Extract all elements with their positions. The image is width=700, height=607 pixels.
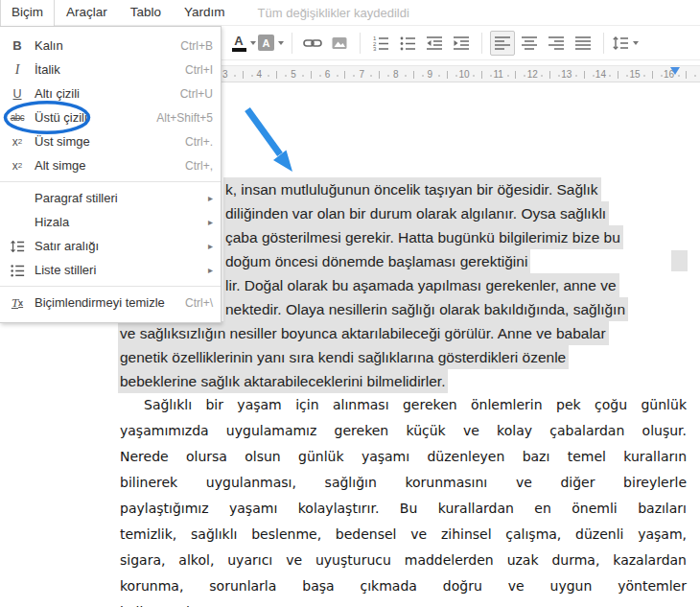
toolbar-separator: [360, 33, 361, 54]
menu-item-label: Alt simge: [35, 158, 177, 173]
menu-item-label: Satır aralığı: [35, 239, 200, 253]
align-right-button[interactable]: [544, 31, 569, 56]
menu-bar: Biçim Araçlar Tablo Yardım Tüm değişikli…: [0, 0, 700, 26]
list-styles-icon: [0, 263, 35, 278]
save-status-text: Tüm değişiklikler kaydedildi: [258, 6, 409, 20]
line-spacing-button[interactable]: [612, 31, 639, 56]
menu-item-hizala[interactable]: Hizala ▸: [0, 210, 221, 234]
google-docs-window: k, insan mutluluğunun öncelik taşıyan bi…: [0, 0, 700, 607]
document-text-line[interactable]: ve sağlıksızlığın nesiller boyunca aktar…: [118, 321, 609, 345]
document-text-line[interactable]: korunma, sorunlarla başa çıkmada doğru v…: [120, 578, 687, 594]
document-text-line[interactable]: genetik özelliklerinin yanı sıra kendi s…: [118, 345, 569, 369]
increase-indent-button[interactable]: [449, 31, 474, 56]
document-text-line[interactable]: çaba gösterilmesi gerekir. Hatta bugünkü…: [223, 225, 623, 249]
menu-item-label: Üstü çizili: [35, 110, 149, 125]
insert-link-button[interactable]: [300, 31, 325, 56]
menu-shortcut: Ctrl+U: [180, 87, 213, 101]
menu-item-kalin[interactable]: B Kalın Ctrl+B: [0, 34, 221, 58]
text-color-button[interactable]: A: [231, 31, 256, 56]
ruler-number: 6: [325, 69, 331, 80]
increase-indent-icon: [453, 35, 470, 52]
menu-item-satir-araligi[interactable]: Satır aralığı ▸: [0, 234, 221, 258]
menu-item-label: Üst simge: [35, 134, 177, 149]
document-text-line[interactable]: bebeklerine sağlık aktarabileceklerini b…: [118, 369, 448, 393]
ruler-number: 13: [561, 69, 572, 80]
menu-item-ustu-cizili[interactable]: abc Üstü çizili Alt+Shift+5: [0, 105, 221, 129]
ruler-number: 15: [629, 69, 640, 80]
clear-formatting-icon: Tx: [0, 295, 35, 311]
menubar-item-tablo[interactable]: Tablo: [119, 0, 173, 25]
document-text-line[interactable]: Nerede olursa olsun günlük yaşamı düzenl…: [120, 449, 687, 464]
menu-item-label: Hizala: [35, 215, 200, 229]
toolbar-separator: [292, 33, 292, 54]
menubar-item-araclar[interactable]: Araçlar: [55, 0, 119, 25]
menu-item-alt-simge[interactable]: x2 Alt simge Ctrl+,: [0, 153, 221, 177]
submenu-arrow-icon: ▸: [208, 193, 213, 203]
menu-item-liste-stilleri[interactable]: Liste stilleri ▸: [0, 258, 221, 282]
selection-fragment: [671, 250, 688, 271]
menu-item-label: Altı çizili: [35, 86, 173, 101]
highlight-color-icon: A: [258, 35, 274, 51]
submenu-arrow-icon: ▸: [208, 217, 213, 227]
chevron-down-icon: [278, 41, 284, 45]
align-right-icon: [548, 35, 565, 52]
ruler-number: 11: [493, 69, 502, 80]
menu-shortcut: Ctrl+\: [185, 296, 213, 310]
menu-shortcut: Ctrl+.: [185, 135, 213, 149]
menu-shortcut: Ctrl+,: [185, 159, 213, 173]
insert-image-button[interactable]: [327, 31, 352, 56]
toolbar-separator: [481, 33, 482, 54]
chevron-down-icon: [633, 41, 639, 45]
menu-item-bicimlendirmeyi-temizle[interactable]: Tx Biçimlendirmeyi temizle Ctrl+\: [0, 291, 221, 315]
menu-item-italik[interactable]: I İtalik Ctrl+I: [0, 58, 221, 82]
superscript-icon: x2: [0, 135, 35, 149]
line-spacing-icon: [612, 35, 629, 52]
document-text-line[interactable]: nektedir. Olaya nesillerin sağlığı olara…: [223, 297, 628, 321]
document-text-line[interactable]: temizlik, sağlıklı beslenme, bedensel ve…: [120, 526, 687, 542]
ruler-number: 12: [527, 69, 538, 80]
document-text-line[interactable]: Sağlıklı bir yaşam için alınması gereken…: [120, 397, 687, 412]
underline-icon: U: [0, 87, 35, 101]
menu-item-label: Biçimlendirmeyi temizle: [35, 295, 177, 310]
align-left-button[interactable]: [490, 31, 515, 56]
menubar-item-yardim[interactable]: Yardım: [173, 0, 237, 25]
ruler-number: 3: [222, 69, 228, 80]
subscript-icon: x2: [0, 159, 35, 173]
ruler-number: 8: [393, 69, 399, 80]
document-text-line[interactable]: paylaştığımız yaşamı kolaylaştırır. Bu k…: [120, 501, 687, 516]
document-text-line[interactable]: k, insan mutluluğunun öncelik taşıyan bi…: [223, 177, 601, 201]
numbered-list-button[interactable]: 1 2 3: [368, 31, 393, 56]
document-text-line[interactable]: lir. Doğal olarak bu aşamada yapılması g…: [223, 273, 619, 297]
justify-button[interactable]: [571, 31, 595, 56]
document-text-line[interactable]: diliğinden var olan bir durum olarak alg…: [223, 201, 609, 225]
ruler-number: 9: [428, 69, 433, 80]
italic-icon: I: [0, 62, 35, 78]
bulleted-list-button[interactable]: [395, 31, 420, 56]
menu-item-label: İtalik: [35, 62, 177, 77]
menu-shortcut: Ctrl+B: [180, 39, 213, 53]
document-text-line[interactable]: sigara, alkol, uyarıcı ve uyuşturucu mad…: [120, 552, 687, 568]
align-center-button[interactable]: [517, 31, 542, 56]
document-text-line[interactable]: doğum öncesi dönemde başlaması gerektiği…: [223, 249, 530, 273]
ruler-number: 14: [595, 69, 606, 80]
document-text-line[interactable]: yaşamımızda uygulamamız gereken küçük ve…: [120, 423, 687, 438]
ruler-number: 10: [458, 69, 469, 80]
menu-item-alti-cizili[interactable]: U Altı çizili Ctrl+U: [0, 82, 221, 105]
menu-divider: [0, 286, 221, 287]
menubar-item-bicim[interactable]: Biçim: [0, 0, 55, 26]
menu-item-label: Paragraf stilleri: [35, 191, 200, 205]
align-left-icon: [494, 35, 511, 52]
align-center-icon: [521, 35, 538, 52]
highlight-color-button[interactable]: A: [258, 31, 284, 56]
menu-item-paragraf-stilleri[interactable]: Paragraf stilleri ▸: [0, 186, 221, 210]
document-text-line[interactable]: bilinerek uygulanması, sağlığın korunmas…: [120, 475, 687, 490]
svg-text:3: 3: [373, 46, 377, 52]
decrease-indent-icon: [426, 35, 443, 52]
bulleted-list-icon: [399, 35, 416, 52]
menu-item-ust-simge[interactable]: x2 Üst simge Ctrl+.: [0, 129, 221, 153]
text-color-icon: A: [232, 35, 246, 52]
submenu-arrow-icon: ▸: [208, 265, 213, 275]
decrease-indent-button[interactable]: [422, 31, 447, 56]
right-indent-marker[interactable]: [670, 67, 680, 75]
submenu-arrow-icon: ▸: [208, 241, 213, 251]
